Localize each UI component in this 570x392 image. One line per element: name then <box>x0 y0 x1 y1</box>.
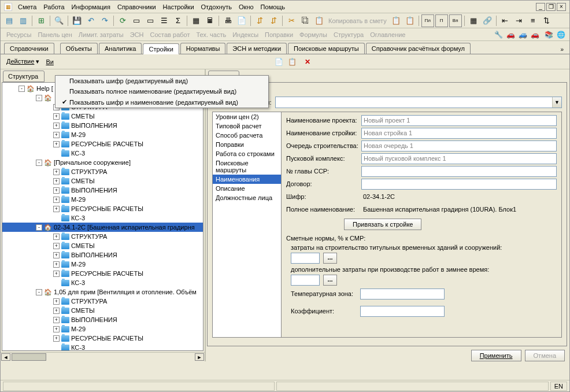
input-temp[interactable] <box>360 289 445 299</box>
tb-pl-icon[interactable]: Пл <box>421 14 434 27</box>
tb2-prices[interactable]: Панель цен <box>35 31 74 38</box>
tab-obj[interactable]: Объекты <box>60 43 98 54</box>
toggle-icon[interactable]: + <box>53 187 60 194</box>
ab-icon-1[interactable]: 📄 <box>273 56 285 68</box>
tb2-esn[interactable]: ЭСН <box>128 31 146 38</box>
tab-analyt[interactable]: Аналитика <box>99 43 142 54</box>
tb-clip1-icon[interactable]: 📋 <box>390 14 402 27</box>
tb-excel-icon[interactable]: ⊞ <box>35 14 47 27</box>
toggle-icon[interactable]: + <box>53 169 60 175</box>
tree-row[interactable]: +СМЕТЫ <box>2 176 203 186</box>
tree-row[interactable]: +М-29 <box>2 260 203 269</box>
dd-show-code[interactable]: Показывать шифр (редактируемый вид) <box>55 76 268 86</box>
tree-row[interactable]: +СТРУКТУРА <box>2 232 203 241</box>
tool-icon-1[interactable]: 🔧 <box>493 30 504 39</box>
toggle-icon[interactable]: - <box>36 289 42 295</box>
nav-item[interactable]: Поисковые маршруты <box>213 158 281 175</box>
tb-paste-icon[interactable]: 📋 <box>313 14 325 27</box>
tree-hscroll[interactable]: ◄ ► <box>1 352 205 361</box>
tb-outdent-icon[interactable]: ⇤ <box>499 14 512 27</box>
tb-docs-icon[interactable]: ▥ <box>17 14 29 27</box>
tab-search[interactable]: Поисковые маршруты <box>288 43 365 54</box>
tree-row[interactable]: +М-29 <box>2 195 203 204</box>
toggle-icon[interactable]: + <box>53 335 60 342</box>
toggle-icon[interactable]: + <box>53 206 60 212</box>
scroll-thumb[interactable] <box>12 353 46 361</box>
toggle-icon[interactable]: + <box>53 113 60 120</box>
tree-row[interactable]: +СМЕТЫ <box>2 112 203 121</box>
tb-list-icon[interactable]: ☰ <box>158 14 171 27</box>
nav-item[interactable]: Описание <box>213 184 281 193</box>
books-icon[interactable]: 📚 <box>543 30 554 39</box>
toggle-icon[interactable]: + <box>53 261 60 268</box>
tb-link-icon[interactable]: 🔗 <box>481 14 494 27</box>
tb-grid-icon[interactable]: ▦ <box>190 14 202 27</box>
tree-row[interactable]: -🏠[Причальное сооружение] <box>2 158 203 167</box>
tb-sort-icon[interactable]: ⇅ <box>541 14 553 27</box>
view-link[interactable]: Ви <box>43 57 55 66</box>
tree-row[interactable]: КС-3 <box>2 149 203 158</box>
toggle-icon[interactable]: + <box>53 243 60 249</box>
tb2-struct[interactable]: Структура <box>331 31 366 38</box>
toggle-icon[interactable]: + <box>53 178 60 184</box>
chevron-down-icon[interactable]: ▼ <box>552 97 561 108</box>
tabs-overflow[interactable]: » <box>558 45 566 54</box>
nav-item[interactable]: Должностные лица <box>213 193 281 202</box>
tb-calc-icon[interactable]: 🖩 <box>203 14 216 27</box>
toggle-icon[interactable]: + <box>53 252 60 258</box>
tab-stroiki[interactable]: Стройки <box>143 43 179 54</box>
tab-esn[interactable]: ЭСН и методики <box>227 43 287 54</box>
cancel-button[interactable]: Отмена <box>525 350 565 361</box>
car-icon-3[interactable]: 🚗 <box>530 30 540 39</box>
toggle-icon[interactable]: + <box>53 271 60 277</box>
nav-item[interactable]: Типовой расчет <box>213 121 281 131</box>
ab-close[interactable]: ✕ <box>302 56 313 68</box>
dots-costs2[interactable]: ... <box>323 275 337 286</box>
input-contract[interactable] <box>361 179 557 190</box>
tb-p-icon[interactable]: П <box>435 14 448 27</box>
tree-view[interactable]: -🏠Help [-🏠+СТРУКТУРА+СМЕТЫ+ВЫПОЛНЕНИЯ+М-… <box>2 82 203 351</box>
tab-formulas[interactable]: Справочник расчётных формул <box>366 43 471 54</box>
tb-refresh-icon[interactable]: ⟳ <box>116 14 129 27</box>
tb2-tech[interactable]: Тех. часть <box>194 31 228 38</box>
nav-item[interactable]: Поправки <box>213 140 281 149</box>
tree-row[interactable]: +СМЕТЫ <box>2 306 203 315</box>
nav-item[interactable]: Наименования <box>213 175 281 184</box>
tree-row[interactable]: +РЕСУРСНЫЕ РАСЧЕТЫ <box>2 204 203 213</box>
toggle-icon[interactable]: - <box>36 224 42 231</box>
tree-row[interactable]: +СТРУКТУРА <box>2 167 203 176</box>
tb2-resources[interactable]: Ресурсы <box>4 31 34 38</box>
dd-show-name[interactable]: Показывать полное наименование (редактир… <box>55 86 268 97</box>
toggle-icon[interactable]: + <box>53 317 60 323</box>
tb2-sostav[interactable]: Состав работ <box>148 31 193 38</box>
lang-indicator[interactable]: EN <box>550 382 567 391</box>
tree-row[interactable]: +ВЫПОЛНЕНИЯ <box>2 250 203 260</box>
tree-row[interactable]: +РЕСУРСНЫЕ РАСЧЕТЫ <box>2 139 203 149</box>
tb-preview-icon[interactable]: 📄 <box>235 14 248 27</box>
tree-row[interactable]: +РЕСУРСНЫЕ РАСЧЕТЫ <box>2 269 203 278</box>
input-launch[interactable] <box>361 153 557 164</box>
input-costs2[interactable] <box>291 275 320 286</box>
nav-item[interactable]: Работа со строками <box>213 149 281 158</box>
menu-rabota[interactable]: Работа <box>40 2 68 12</box>
tb-align-icon[interactable]: ≡ <box>527 14 539 27</box>
tree-row[interactable]: КС-3 <box>2 278 203 287</box>
tb-indent-icon[interactable]: ⇥ <box>513 14 525 27</box>
tb-tree1-icon[interactable]: ⇵ <box>253 14 266 27</box>
close-button[interactable]: × <box>557 3 566 11</box>
tab-sprav[interactable]: Справочники <box>4 43 54 54</box>
menu-info[interactable]: Информация <box>68 2 114 12</box>
tb-bp-icon[interactable]: Вп <box>449 14 462 27</box>
toggle-icon[interactable]: - <box>18 86 25 92</box>
toggle-icon[interactable]: - <box>36 160 42 166</box>
input-coef[interactable] <box>360 306 445 317</box>
tb2-limit[interactable]: Лимит. затраты <box>76 31 126 38</box>
menu-otdoh[interactable]: Отдохнуть <box>198 2 236 12</box>
dots-costs1[interactable]: ... <box>323 253 337 264</box>
toggle-icon[interactable]: + <box>53 141 60 147</box>
nav-item[interactable]: Способ расчета <box>213 131 281 140</box>
tb-save-icon[interactable]: 💾 <box>71 14 83 27</box>
tb-pages-icon[interactable]: ▭ <box>144 14 157 27</box>
toggle-icon[interactable]: + <box>53 308 60 314</box>
menu-smeta[interactable]: Смета <box>14 2 40 12</box>
